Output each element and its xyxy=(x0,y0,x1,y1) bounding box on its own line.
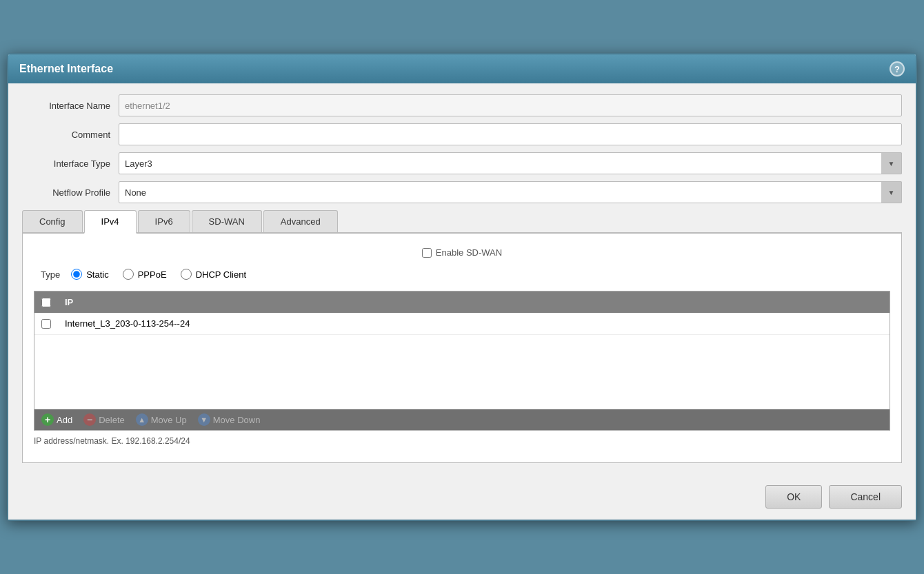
ok-button[interactable]: OK xyxy=(765,485,822,509)
type-row: Type Static PPPoE DHCP Client xyxy=(34,269,890,280)
hint-text: IP address/netmask. Ex. 192.168.2.254/24 xyxy=(34,431,890,449)
header-checkbox-col xyxy=(41,298,58,307)
type-pppoe-radio[interactable] xyxy=(123,269,134,280)
netflow-profile-row: Netflow Profile None xyxy=(22,181,902,203)
enable-sdwan-checkbox[interactable] xyxy=(422,248,432,258)
enable-sdwan-label[interactable]: Enable SD-WAN xyxy=(422,247,502,258)
interface-type-label: Interface Type xyxy=(22,158,119,169)
add-button[interactable]: + Add xyxy=(41,413,72,426)
type-pppoe-option[interactable]: PPPoE xyxy=(123,269,167,280)
help-icon[interactable]: ? xyxy=(890,61,905,76)
dialog-title: Ethernet Interface xyxy=(19,63,113,75)
cancel-button[interactable]: Cancel xyxy=(829,485,902,509)
ethernet-interface-dialog: Ethernet Interface ? Interface Name Comm… xyxy=(7,53,917,521)
tab-ipv6[interactable]: IPv6 xyxy=(138,210,190,232)
interface-type-row: Interface Type Layer3 Layer2 Virtual Wir… xyxy=(22,152,902,174)
dialog-footer: OK Cancel xyxy=(8,474,916,520)
interface-name-row: Interface Name xyxy=(22,94,902,116)
tab-advanced[interactable]: Advanced xyxy=(263,210,338,232)
tabs-container: Config IPv4 IPv6 SD-WAN Advanced xyxy=(22,210,902,234)
move-down-icon: ▼ xyxy=(198,413,210,426)
comment-label: Comment xyxy=(22,130,119,140)
interface-name-input xyxy=(119,94,902,116)
type-dhcp-option[interactable]: DHCP Client xyxy=(181,269,246,280)
add-label: Add xyxy=(57,415,72,425)
row-checkbox[interactable] xyxy=(41,319,51,329)
ip-table-header: IP xyxy=(34,291,890,313)
netflow-profile-select[interactable]: None xyxy=(119,181,902,203)
netflow-profile-select-wrapper: None xyxy=(119,181,902,203)
dialog-body: Interface Name Comment Interface Type La… xyxy=(8,83,916,474)
move-up-label: Move Up xyxy=(151,415,187,425)
add-icon: + xyxy=(41,413,54,426)
dialog-header: Ethernet Interface ? xyxy=(8,54,916,83)
tab-config[interactable]: Config xyxy=(22,210,83,232)
type-dhcp-label: DHCP Client xyxy=(196,269,246,280)
move-down-button[interactable]: ▼ Move Down xyxy=(198,413,261,426)
ip-table-footer: + Add − Delete ▲ Move Up ▼ Move Down xyxy=(34,409,890,430)
interface-type-select[interactable]: Layer3 Layer2 Virtual Wire Tap HA Decryp… xyxy=(119,152,902,174)
comment-row: Comment xyxy=(22,123,902,145)
row-checkbox-col xyxy=(41,319,58,329)
delete-button[interactable]: − Delete xyxy=(83,413,125,426)
type-static-label: Static xyxy=(86,269,109,280)
type-radio-group: Static PPPoE DHCP Client xyxy=(71,269,246,280)
type-dhcp-radio[interactable] xyxy=(181,269,192,280)
delete-icon: − xyxy=(83,413,96,426)
ip-column-header: IP xyxy=(65,297,73,307)
comment-input[interactable] xyxy=(119,123,902,145)
ip-table-container: IP Internet_L3_203-0-113-254--24 + Add xyxy=(34,291,890,431)
ipv4-tab-content: Enable SD-WAN Type Static PPPoE xyxy=(22,234,902,463)
ip-table-body: Internet_L3_203-0-113-254--24 xyxy=(34,313,890,409)
interface-type-select-wrapper: Layer3 Layer2 Virtual Wire Tap HA Decryp… xyxy=(119,152,902,174)
move-up-icon: ▲ xyxy=(136,413,148,426)
tab-ipv4[interactable]: IPv4 xyxy=(84,210,137,234)
delete-label: Delete xyxy=(99,415,125,425)
ip-value: Internet_L3_203-0-113-254--24 xyxy=(65,318,190,329)
move-down-label: Move Down xyxy=(213,415,261,425)
move-up-button[interactable]: ▲ Move Up xyxy=(136,413,187,426)
type-static-option[interactable]: Static xyxy=(71,269,109,280)
interface-name-label: Interface Name xyxy=(22,101,119,111)
type-pppoe-label: PPPoE xyxy=(138,269,167,280)
type-static-radio[interactable] xyxy=(71,269,82,280)
netflow-profile-label: Netflow Profile xyxy=(22,187,119,198)
enable-sdwan-row: Enable SD-WAN xyxy=(34,247,890,258)
type-label: Type xyxy=(41,269,60,280)
enable-sdwan-text: Enable SD-WAN xyxy=(436,247,502,258)
select-all-checkbox[interactable] xyxy=(41,298,51,307)
table-row[interactable]: Internet_L3_203-0-113-254--24 xyxy=(34,313,890,335)
tab-sdwan[interactable]: SD-WAN xyxy=(192,210,262,232)
